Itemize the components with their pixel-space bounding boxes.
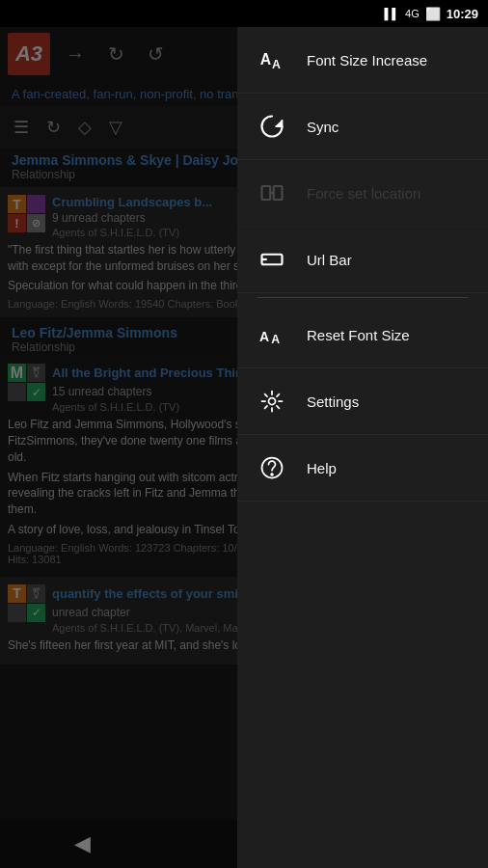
svg-rect-3 [274,186,283,200]
settings-label: Settings [307,393,359,410]
battery-icon: ⬜ [425,7,441,21]
sync-icon [257,111,287,142]
svg-text:A: A [271,333,280,346]
reset-font-icon: A A [257,319,287,350]
reset-font-label: Reset Font Size [307,327,410,343]
status-time: 10:29 [447,7,478,21]
menu-divider [257,297,469,298]
settings-icon [257,386,287,417]
svg-point-9 [269,398,276,405]
svg-text:A: A [272,58,281,71]
svg-text:A: A [259,329,269,344]
font-increase-icon: A A [257,44,287,75]
menu-item-force-location[interactable]: Force set location [237,160,488,227]
menu-item-settings[interactable]: Settings [237,368,488,435]
svg-point-11 [271,474,273,475]
force-location-label: Force set location [307,185,420,202]
location-icon [257,177,287,208]
menu-item-font-increase[interactable]: A A Font Size Increase [237,27,488,94]
help-label: Help [307,460,337,476]
svg-text:A: A [260,51,271,68]
wifi-icon: ▌▌ [384,8,399,19]
url-bar-icon [257,244,287,275]
svg-rect-2 [262,186,271,200]
font-increase-label: Font Size Increase [307,52,427,68]
menu-item-sync[interactable]: Sync [237,94,488,160]
menu-item-reset-font[interactable]: A A Reset Font Size [237,302,488,368]
sync-label: Sync [307,119,339,135]
menu-item-help[interactable]: Help [237,435,488,502]
menu-item-url-bar[interactable]: Url Bar [237,227,488,293]
help-icon [257,452,287,483]
network-type: 4G [405,8,420,19]
menu-panel: A A Font Size Increase Sync Force set lo… [237,27,488,868]
url-bar-label: Url Bar [307,252,352,268]
overlay-dim[interactable] [0,0,237,868]
